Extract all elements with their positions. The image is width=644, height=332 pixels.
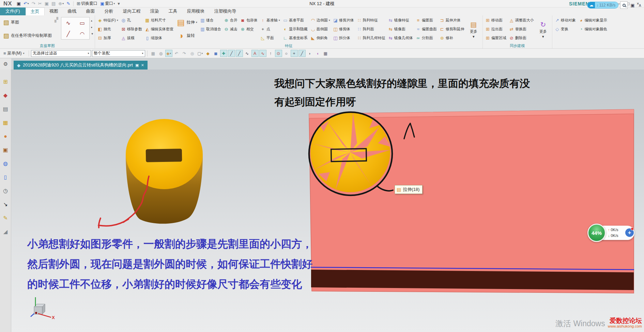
ribbon-button-pattern-feature[interactable]: ∷阵列特征 bbox=[355, 16, 387, 25]
arrow-snap-button[interactable]: ↑ bbox=[267, 50, 274, 57]
face-snap-button[interactable]: ◗ bbox=[306, 50, 313, 57]
redo-button[interactable]: ↷ bbox=[31, 0, 36, 7]
undo-view-button[interactable]: ↶ bbox=[173, 50, 180, 57]
ribbon-button-pattern-face[interactable]: ∷阵列面 bbox=[355, 25, 387, 33]
ribbon-button-mirror-face[interactable]: ⇆镜像面 bbox=[387, 25, 414, 33]
roles-button[interactable]: ↘ bbox=[3, 202, 7, 207]
ribbon-button-scale-body[interactable]: ▯缩放体 bbox=[143, 33, 175, 42]
ribbon-button-datum-plane[interactable]: ▭基准平面 bbox=[281, 16, 309, 25]
notes-button[interactable]: ▯ bbox=[4, 175, 7, 180]
assembly-navigator-button[interactable]: ⊞ bbox=[3, 79, 7, 85]
redo-view-button[interactable]: ↷ bbox=[181, 50, 188, 57]
spline-snap-button[interactable]: ∿ bbox=[259, 50, 266, 57]
window-button[interactable]: ▣窗口▾ bbox=[99, 0, 116, 7]
tab-render[interactable]: 渲染 bbox=[145, 7, 164, 15]
selection-scope-select[interactable]: 整个装配▾ bbox=[92, 50, 145, 57]
tab-close-icon[interactable]: × bbox=[141, 62, 144, 68]
part-navigator-button[interactable]: ▤ bbox=[3, 106, 8, 112]
ribbon-button-subtract[interactable]: ⊖减去 bbox=[223, 25, 239, 33]
tab-surface[interactable]: 曲面 bbox=[81, 7, 100, 15]
file-menu-button[interactable]: 文件(F) bbox=[0, 7, 26, 15]
sketch-curve-gallery[interactable]: ∿▭╱◠ bbox=[61, 17, 90, 40]
ribbon-button-divide-face[interactable]: ≃分割面 bbox=[414, 33, 438, 42]
gallery-arrow-icon[interactable]: ▴ bbox=[91, 19, 94, 22]
touch-mode-button[interactable]: ⊕▾ bbox=[57, 0, 65, 7]
command-finder-button[interactable] bbox=[620, 1, 628, 9]
ribbon-button-trim-sheet[interactable]: ◪修剪片体 bbox=[332, 16, 355, 25]
tab-curve[interactable]: 曲线 bbox=[63, 7, 81, 15]
ribbon-button-show-hide[interactable]: ◐显示和隐藏 bbox=[281, 25, 309, 33]
gallery-scroll-arrows[interactable]: ▴▾▼ bbox=[91, 17, 94, 37]
ribbon-button-move-face[interactable]: ⊞移动面 bbox=[484, 16, 508, 25]
ribbon-button-unsew[interactable]: ▥取消缝合 bbox=[199, 25, 223, 33]
ribbon-button-blank-size[interactable]: ▦坯料尺寸 bbox=[143, 16, 175, 25]
tab-reverse-engineering[interactable]: 逆向工程 bbox=[118, 7, 145, 15]
ribbon-button-mirror-geometry[interactable]: ⇆镜像几何体 bbox=[387, 33, 414, 42]
ribbon-button-thicken[interactable]: ⊟加厚 bbox=[96, 33, 120, 42]
ribbon-button-draft[interactable]: ◬拔模 bbox=[120, 33, 143, 42]
memory-percent-badge[interactable]: 44% bbox=[587, 224, 606, 242]
ribbon-button-replace-face[interactable]: ⇄替换面 bbox=[508, 25, 535, 33]
format-painter-button[interactable]: ✎ bbox=[65, 0, 71, 7]
select-scope-button[interactable]: ▢▾ bbox=[197, 50, 204, 57]
shaded-view-button[interactable]: ◆ bbox=[204, 50, 212, 57]
tab-view[interactable]: 视图 bbox=[45, 7, 63, 15]
copy-button[interactable]: ▣ bbox=[44, 0, 50, 7]
ribbon-button-plane[interactable]: ◺平面 bbox=[259, 33, 281, 42]
ribbon-button-intersect[interactable]: ⊗相交 bbox=[239, 25, 259, 33]
ribbon-button-edge-blend[interactable]: ◠边倒圆▾ bbox=[309, 16, 332, 25]
ribbon-button-bounding-body[interactable]: ◙包容体 bbox=[239, 16, 259, 25]
endpoint-snap-button[interactable]: ╱ bbox=[228, 50, 235, 57]
ribbon-button-edit-object-display[interactable]: ◕编辑对象显示 bbox=[577, 16, 609, 25]
history-button[interactable]: ◷ bbox=[3, 188, 8, 194]
ribbon-button-offset-region[interactable]: ⊞偏置区域 bbox=[484, 33, 508, 42]
more-button[interactable]: ▤更多▾ bbox=[466, 16, 481, 43]
ribbon-button-delete-face[interactable]: ⊘删除面 bbox=[508, 33, 535, 42]
curve-snap-button[interactable]: ∿ bbox=[244, 50, 251, 57]
ribbon-button-mirror-feature[interactable]: ⇆镜像特征 bbox=[387, 16, 414, 25]
web-browser-button[interactable]: ▣ bbox=[3, 147, 8, 153]
ribbon-button-transform[interactable]: ◇变换 bbox=[553, 25, 577, 33]
ribbon-button-chamfer[interactable]: ◣倒斜角 bbox=[309, 33, 332, 42]
switch-window-button[interactable]: ⊞切换窗口 bbox=[76, 0, 98, 7]
part-file-tab[interactable]: ◆ 20190628阿迪920 八元买的点云转stl玩具狗槽的逆向.prt ▣ … bbox=[14, 61, 148, 70]
download-speed-badge[interactable]: ☁ ↓112 KB/s bbox=[587, 2, 618, 9]
fullscreen-icon[interactable]: ▣ bbox=[629, 3, 635, 8]
internet-button[interactable]: ◍ bbox=[3, 161, 8, 166]
ribbon-button-sew[interactable]: ▥缝合 bbox=[199, 16, 223, 25]
snap-point-button[interactable]: ✚ bbox=[220, 50, 227, 57]
point-on-curve-button[interactable]: ╱ bbox=[298, 50, 306, 57]
record-button[interactable]: ◎ bbox=[189, 50, 196, 57]
spline-pole-button[interactable]: A bbox=[251, 50, 259, 57]
ribbon-button-unite[interactable]: ⊕合并 bbox=[223, 16, 239, 25]
tab-analysis[interactable]: 分析 bbox=[100, 7, 118, 15]
hd3d-tools-button[interactable]: ● bbox=[4, 134, 7, 139]
ribbon-button-offset-surface[interactable]: ≈偏置曲面 bbox=[414, 25, 438, 33]
ribbon-button-pattern-geometry[interactable]: ∷阵列几何特征 bbox=[355, 33, 387, 42]
reuse-library-button[interactable]: ▦ bbox=[3, 120, 8, 125]
ribbon-button-feature-menu[interactable]: ◈特征(F)▾ bbox=[96, 16, 120, 25]
tab-restore-icon[interactable]: ▣ bbox=[135, 63, 139, 67]
ribbon-button-sketch[interactable]: ▧草图 bbox=[1, 16, 53, 29]
tab-tools[interactable]: 工具 bbox=[164, 7, 182, 15]
ribbon-button-datum-axis[interactable]: ↑基准轴▾ bbox=[259, 16, 281, 25]
save-button[interactable]: ▣ bbox=[16, 0, 22, 7]
ribbon-button-extrude[interactable]: ▤拉伸▾ bbox=[175, 16, 199, 29]
circle-snap-button[interactable]: ○ bbox=[283, 50, 290, 57]
ribbon-button-trim-extend[interactable]: ⊏修剪和延伸 bbox=[438, 25, 466, 33]
view-cube-button[interactable]: ◼ bbox=[212, 50, 219, 57]
ribbon-button-edit-object-color[interactable]: ◔编辑对象颜色 bbox=[577, 25, 609, 33]
ribbon-button-trim-body[interactable]: ◫修剪体 bbox=[332, 25, 355, 33]
ribbon-button-pull-face[interactable]: ⊞拉出面 bbox=[484, 25, 508, 33]
tab-mold-wizard[interactable]: 注塑模向导 bbox=[210, 7, 241, 15]
resource-bar-settings[interactable]: ⚙ bbox=[0, 58, 11, 70]
ribbon-button-shell[interactable]: ◧抽壳 bbox=[96, 25, 120, 33]
hide-button[interactable]: ◈▾ bbox=[165, 50, 172, 57]
ribbon-button-hole[interactable]: ◎孔 bbox=[120, 16, 143, 25]
touch-panel-button[interactable]: ◢ bbox=[3, 229, 7, 235]
minimize-ribbon-icon[interactable]: ∧ bbox=[637, 3, 643, 8]
midpoint-snap-button[interactable]: ╱ bbox=[236, 50, 243, 57]
cut-button[interactable]: ✂ bbox=[37, 0, 43, 7]
intersection-snap-button[interactable]: + bbox=[291, 50, 298, 57]
network-speed-widget[interactable]: 44% ↑0K/s ↓0K/s + bbox=[596, 226, 634, 240]
